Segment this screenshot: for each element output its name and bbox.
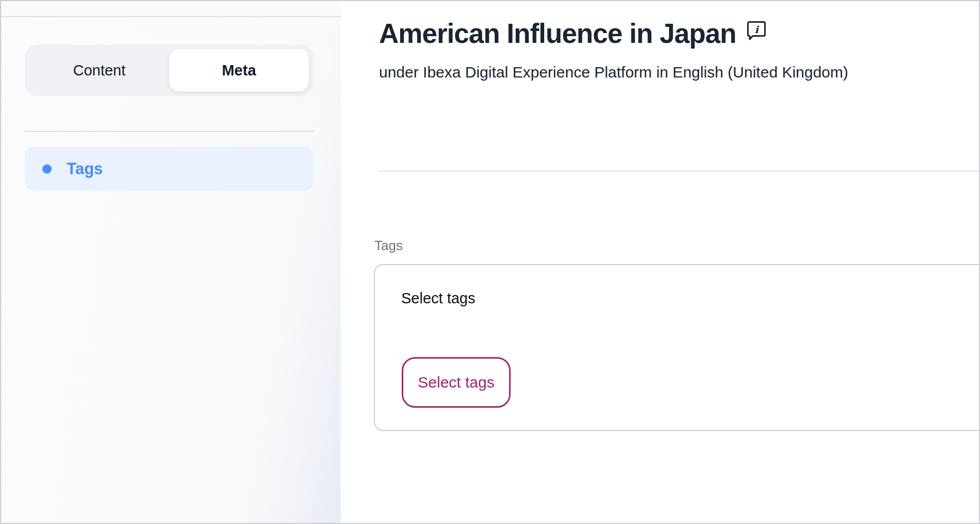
page-title: American Influence in Japan xyxy=(379,20,736,47)
sidebar-item-tags-label: Tags xyxy=(67,160,103,178)
info-speech-bubble-icon[interactable]: i xyxy=(747,20,766,42)
content-edit-window: { "sidebar": { "tabs": [ { "label": "Con… xyxy=(0,0,980,524)
edit-sidebar: Content Meta Tags xyxy=(1,1,341,523)
svg-text:i: i xyxy=(754,24,759,35)
tags-field-label: Tags xyxy=(374,238,403,254)
content-meta-tab-switcher: Content Meta xyxy=(25,44,313,96)
tab-meta[interactable]: Meta xyxy=(169,49,309,91)
select-tags-button-label: Select tags xyxy=(418,374,494,391)
tab-content-label: Content xyxy=(73,62,125,79)
sidebar-item-tags[interactable]: Tags xyxy=(25,147,313,191)
main-edit-area: American Influence in Japan i under Ibex… xyxy=(341,1,979,523)
tab-meta-label: Meta xyxy=(222,62,256,79)
sidebar-divider xyxy=(25,131,313,132)
tags-field-group: Select tags Select tags xyxy=(374,264,980,431)
select-tags-button[interactable]: Select tags xyxy=(402,357,511,408)
tab-content[interactable]: Content xyxy=(29,49,169,91)
tags-field-value-text: Select tags xyxy=(401,290,475,307)
content-divider xyxy=(378,171,979,172)
location-language-subtitle: under Ibexa Digital Experience Platform … xyxy=(379,64,848,81)
title-row: American Influence in Japan i xyxy=(379,20,766,47)
bullet-dot-icon xyxy=(42,164,52,174)
sidebar-top-strip xyxy=(1,1,341,17)
